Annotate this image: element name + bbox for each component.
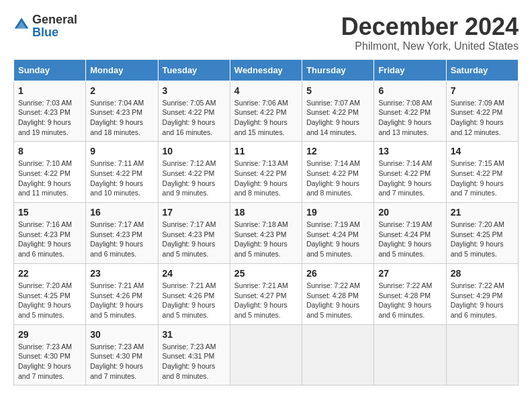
calendar-day-cell: 24Sunrise: 7:21 AMSunset: 4:26 PMDayligh…: [158, 263, 230, 324]
logo-text: General Blue: [32, 13, 77, 39]
weekday-header-tuesday: Tuesday: [158, 59, 230, 81]
day-info: Sunrise: 7:21 AMSunset: 4:26 PMDaylight:…: [163, 281, 226, 320]
day-number: 23: [90, 268, 153, 279]
day-info: Sunrise: 7:04 AMSunset: 4:23 PMDaylight:…: [90, 98, 153, 138]
day-info: Sunrise: 7:19 AMSunset: 4:24 PMDaylight:…: [306, 220, 369, 259]
calendar-day-cell: 10Sunrise: 7:12 AMSunset: 4:22 PMDayligh…: [158, 142, 230, 203]
calendar-subtitle: Philmont, New York, United States: [341, 40, 519, 52]
title-area: December 2024 Philmont, New York, United…: [341, 13, 519, 52]
calendar-week-row: 8Sunrise: 7:10 AMSunset: 4:22 PMDaylight…: [14, 142, 519, 203]
day-number: 3: [163, 85, 226, 96]
day-number: 10: [163, 146, 226, 156]
calendar-day-cell: [302, 324, 374, 385]
day-info: Sunrise: 7:20 AMSunset: 4:25 PMDaylight:…: [18, 281, 81, 320]
day-number: 9: [90, 146, 153, 156]
calendar-day-cell: 29Sunrise: 7:23 AMSunset: 4:30 PMDayligh…: [14, 324, 86, 385]
calendar-day-cell: 14Sunrise: 7:15 AMSunset: 4:22 PMDayligh…: [446, 142, 518, 203]
calendar-day-cell: [230, 324, 302, 385]
calendar-day-cell: 6Sunrise: 7:08 AMSunset: 4:22 PMDaylight…: [374, 81, 446, 142]
logo-general: General: [32, 13, 77, 26]
day-info: Sunrise: 7:23 AMSunset: 4:30 PMDaylight:…: [90, 342, 153, 381]
day-info: Sunrise: 7:21 AMSunset: 4:26 PMDaylight:…: [90, 281, 153, 320]
day-info: Sunrise: 7:21 AMSunset: 4:27 PMDaylight:…: [234, 281, 298, 320]
calendar-day-cell: 12Sunrise: 7:14 AMSunset: 4:22 PMDayligh…: [302, 142, 374, 203]
day-info: Sunrise: 7:23 AMSunset: 4:31 PMDaylight:…: [163, 342, 226, 381]
calendar-week-row: 15Sunrise: 7:16 AMSunset: 4:23 PMDayligh…: [14, 203, 519, 264]
calendar-day-cell: 13Sunrise: 7:14 AMSunset: 4:22 PMDayligh…: [374, 142, 446, 203]
weekday-header-monday: Monday: [86, 59, 158, 81]
day-info: Sunrise: 7:12 AMSunset: 4:22 PMDaylight:…: [163, 158, 226, 198]
calendar-day-cell: [374, 324, 446, 385]
weekday-header-saturday: Saturday: [446, 59, 518, 81]
day-number: 13: [378, 146, 441, 156]
day-number: 28: [451, 268, 514, 279]
day-number: 26: [306, 268, 369, 279]
logo-blue: Blue: [32, 26, 58, 39]
calendar-day-cell: 28Sunrise: 7:22 AMSunset: 4:29 PMDayligh…: [446, 263, 518, 324]
day-number: 14: [451, 146, 514, 156]
day-number: 5: [306, 85, 369, 96]
day-number: 6: [378, 85, 441, 96]
day-info: Sunrise: 7:13 AMSunset: 4:22 PMDaylight:…: [234, 158, 298, 198]
header: General Blue December 2024 Philmont, New…: [13, 13, 519, 52]
calendar-day-cell: 16Sunrise: 7:17 AMSunset: 4:23 PMDayligh…: [86, 203, 158, 264]
day-number: 8: [18, 146, 81, 156]
day-info: Sunrise: 7:19 AMSunset: 4:24 PMDaylight:…: [378, 220, 441, 259]
day-info: Sunrise: 7:10 AMSunset: 4:22 PMDaylight:…: [18, 158, 81, 198]
day-number: 11: [234, 146, 298, 156]
day-number: 4: [234, 85, 298, 96]
logo: General Blue: [13, 13, 77, 39]
day-number: 21: [451, 207, 514, 218]
calendar-day-cell: 25Sunrise: 7:21 AMSunset: 4:27 PMDayligh…: [230, 263, 302, 324]
day-info: Sunrise: 7:14 AMSunset: 4:22 PMDaylight:…: [378, 158, 441, 198]
calendar-day-cell: 3Sunrise: 7:05 AMSunset: 4:22 PMDaylight…: [158, 81, 230, 142]
calendar-day-cell: 27Sunrise: 7:22 AMSunset: 4:28 PMDayligh…: [374, 263, 446, 324]
weekday-header-sunday: Sunday: [14, 59, 86, 81]
logo-icon: [13, 17, 30, 33]
day-info: Sunrise: 7:06 AMSunset: 4:22 PMDaylight:…: [234, 98, 298, 138]
calendar-day-cell: 22Sunrise: 7:20 AMSunset: 4:25 PMDayligh…: [14, 263, 86, 324]
calendar-week-row: 29Sunrise: 7:23 AMSunset: 4:30 PMDayligh…: [14, 324, 519, 385]
calendar-day-cell: 5Sunrise: 7:07 AMSunset: 4:22 PMDaylight…: [302, 81, 374, 142]
calendar-day-cell: 15Sunrise: 7:16 AMSunset: 4:23 PMDayligh…: [14, 203, 86, 264]
weekday-header-row: SundayMondayTuesdayWednesdayThursdayFrid…: [14, 59, 519, 81]
calendar-day-cell: 7Sunrise: 7:09 AMSunset: 4:22 PMDaylight…: [446, 81, 518, 142]
day-number: 15: [18, 207, 81, 218]
day-number: 29: [18, 329, 81, 340]
calendar-week-row: 22Sunrise: 7:20 AMSunset: 4:25 PMDayligh…: [14, 263, 519, 324]
calendar-week-row: 1Sunrise: 7:03 AMSunset: 4:23 PMDaylight…: [14, 81, 519, 142]
calendar-day-cell: 2Sunrise: 7:04 AMSunset: 4:23 PMDaylight…: [86, 81, 158, 142]
day-number: 18: [234, 207, 298, 218]
calendar-day-cell: 4Sunrise: 7:06 AMSunset: 4:22 PMDaylight…: [230, 81, 302, 142]
day-number: 17: [163, 207, 226, 218]
day-info: Sunrise: 7:15 AMSunset: 4:22 PMDaylight:…: [451, 158, 514, 198]
calendar-table: SundayMondayTuesdayWednesdayThursdayFrid…: [13, 59, 519, 386]
weekday-header-wednesday: Wednesday: [230, 59, 302, 81]
day-info: Sunrise: 7:18 AMSunset: 4:23 PMDaylight:…: [234, 220, 298, 259]
day-number: 31: [163, 329, 226, 340]
day-info: Sunrise: 7:23 AMSunset: 4:30 PMDaylight:…: [18, 342, 81, 381]
day-info: Sunrise: 7:08 AMSunset: 4:22 PMDaylight:…: [378, 98, 441, 138]
calendar-day-cell: 11Sunrise: 7:13 AMSunset: 4:22 PMDayligh…: [230, 142, 302, 203]
calendar-day-cell: 9Sunrise: 7:11 AMSunset: 4:22 PMDaylight…: [86, 142, 158, 203]
weekday-header-friday: Friday: [374, 59, 446, 81]
calendar-title: December 2024: [341, 13, 519, 40]
calendar-day-cell: 23Sunrise: 7:21 AMSunset: 4:26 PMDayligh…: [86, 263, 158, 324]
day-info: Sunrise: 7:22 AMSunset: 4:29 PMDaylight:…: [451, 281, 514, 320]
day-number: 19: [306, 207, 369, 218]
day-number: 22: [18, 268, 81, 279]
day-number: 2: [90, 85, 153, 96]
calendar-day-cell: 26Sunrise: 7:22 AMSunset: 4:28 PMDayligh…: [302, 263, 374, 324]
day-info: Sunrise: 7:22 AMSunset: 4:28 PMDaylight:…: [378, 281, 441, 320]
calendar-day-cell: 21Sunrise: 7:20 AMSunset: 4:25 PMDayligh…: [446, 203, 518, 264]
day-number: 27: [378, 268, 441, 279]
calendar-day-cell: 31Sunrise: 7:23 AMSunset: 4:31 PMDayligh…: [158, 324, 230, 385]
calendar-day-cell: 18Sunrise: 7:18 AMSunset: 4:23 PMDayligh…: [230, 203, 302, 264]
day-info: Sunrise: 7:17 AMSunset: 4:23 PMDaylight:…: [163, 220, 226, 259]
day-number: 20: [378, 207, 441, 218]
day-info: Sunrise: 7:11 AMSunset: 4:22 PMDaylight:…: [90, 158, 153, 198]
day-number: 30: [90, 329, 153, 340]
calendar-day-cell: 1Sunrise: 7:03 AMSunset: 4:23 PMDaylight…: [14, 81, 86, 142]
day-info: Sunrise: 7:07 AMSunset: 4:22 PMDaylight:…: [306, 98, 369, 138]
day-number: 12: [306, 146, 369, 156]
